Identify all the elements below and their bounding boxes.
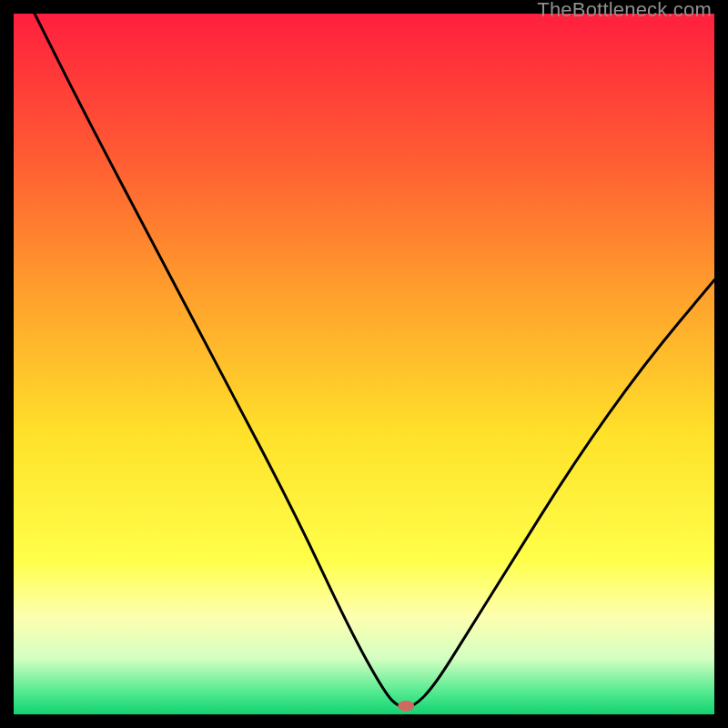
chart-frame bbox=[14, 14, 714, 714]
optimal-point-marker bbox=[398, 701, 414, 712]
chart-svg bbox=[14, 14, 714, 714]
gradient-background bbox=[14, 14, 714, 714]
watermark-text: TheBottleneck.com bbox=[537, 0, 712, 22]
